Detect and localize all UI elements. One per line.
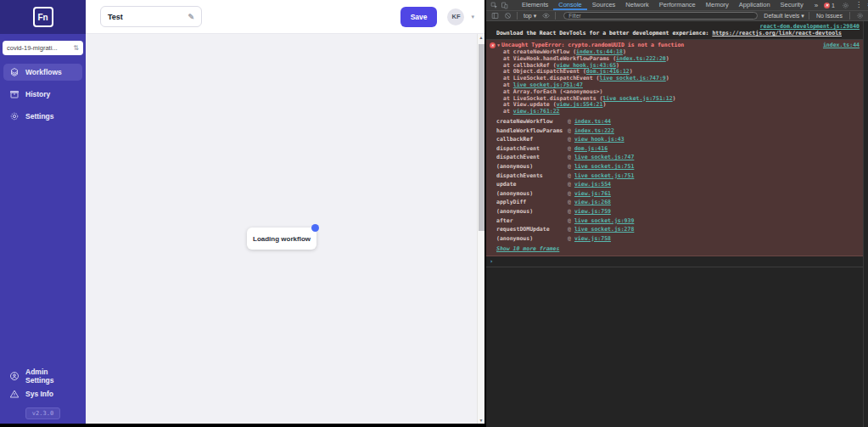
kebab-menu-icon[interactable]: ⋮ <box>855 2 862 8</box>
context-selector[interactable]: top ▾ <box>522 13 538 20</box>
logo-area: Fn <box>0 0 86 34</box>
stack-frame-link[interactable]: dom.js:416:12 <box>586 68 630 75</box>
app-logo[interactable]: Fn <box>33 7 53 27</box>
scrollbar-thumb[interactable] <box>479 44 484 231</box>
stack-frame-link[interactable]: view.js:761:22 <box>513 108 560 115</box>
stack-frame-line: at view.js:761:22 <box>490 109 860 115</box>
frame-source-link[interactable]: live_socket.js:278 <box>574 225 634 234</box>
stack-frame-text: ) <box>630 68 633 75</box>
devtools-tab-bar: ElementsConsoleSourcesNetworkPerformance… <box>486 0 868 11</box>
sidebar-footer: Admin Settings Sys Info v2.3.0 <box>0 369 86 424</box>
show-more-frames-link[interactable]: Show 10 more frames <box>496 244 559 253</box>
frame-source-link[interactable]: index.ts:222 <box>574 126 614 136</box>
stack-frame-link[interactable]: live_socket.js:751:12 <box>602 95 672 102</box>
stack-frame-link[interactable]: live_socket.js:747:9 <box>600 75 666 81</box>
console-empty-area[interactable] <box>486 267 868 427</box>
source-link[interactable]: react-dom.development.js:29840 <box>760 23 860 30</box>
more-tabs-icon[interactable]: » <box>811 2 821 9</box>
console-messages: react-dom.development.js:29840 Download … <box>486 21 868 427</box>
frame-row: applyDiff @ view.js:268 <box>490 198 860 207</box>
frame-source-link[interactable]: live_socket.js:747 <box>574 153 634 162</box>
frame-source-link[interactable]: view.js:758 <box>574 234 611 244</box>
stack-frame-text: at <box>503 81 513 88</box>
devtools-tabbar-right: ✕ 1 ⋮ × <box>824 1 868 10</box>
clear-console-icon[interactable] <box>502 11 512 20</box>
devtools-tab[interactable]: Application <box>734 0 776 10</box>
devtools-tab[interactable]: Memory <box>701 0 734 10</box>
devtools-settings-gear-icon[interactable] <box>840 1 850 10</box>
sidebar-item-label: Workflows <box>25 68 62 76</box>
workflow-canvas[interactable]: Loading workflow <box>86 34 477 424</box>
frame-source-link[interactable]: index.ts:44 <box>574 117 611 126</box>
console-settings-gear-icon[interactable] <box>854 11 865 20</box>
frame-row: callbackRef @ view_hook.js:43 <box>490 135 860 144</box>
stack-frame-link[interactable]: view_hook.js:43:65 <box>557 62 616 69</box>
chevron-down-icon[interactable]: ▾ <box>471 14 474 20</box>
log-levels-dropdown[interactable]: Default levels ▾ <box>764 13 804 20</box>
sidebar-item-label: Admin Settings <box>25 368 76 385</box>
devtools-tab[interactable]: Network <box>620 0 654 10</box>
frame-source-link[interactable]: view.js:759 <box>574 207 611 216</box>
sidebar-item-history[interactable]: History <box>3 86 82 103</box>
scroll-up-arrow[interactable]: ▲ <box>479 34 484 41</box>
devtools-tab[interactable]: Security <box>776 0 809 10</box>
error-count: 1 <box>832 3 835 8</box>
sidebar-item-sys-info[interactable]: Sys Info <box>0 387 86 401</box>
page-scrollbar[interactable]: ▲ ▼ <box>477 34 484 424</box>
sidebar-item-admin-settings[interactable]: Admin Settings <box>0 369 86 383</box>
frame-source-link[interactable]: dom.js:416 <box>574 144 608 154</box>
devtools-tab[interactable]: Elements <box>517 0 553 10</box>
console-prompt[interactable]: › <box>486 256 868 267</box>
error-source-link[interactable]: index.ts:44 <box>823 42 860 49</box>
console-filter-input[interactable] <box>563 12 758 20</box>
admin-user-icon <box>9 371 20 381</box>
stack-frame-text: at View.update ( <box>503 101 557 108</box>
devtools-tab[interactable]: Console <box>553 0 587 10</box>
user-avatar[interactable]: KF <box>447 8 464 25</box>
frame-row: after @ live_socket.js:939 <box>490 216 860 226</box>
sidebar-item-settings[interactable]: Settings <box>3 108 82 125</box>
frame-source-link[interactable]: view.js:554 <box>574 180 611 189</box>
sidebar-item-workflows[interactable]: Workflows <box>3 64 82 81</box>
inspect-element-icon[interactable] <box>490 1 498 10</box>
frame-function-name: callbackRef <box>496 135 568 144</box>
frame-source-link[interactable]: view.js:268 <box>574 198 611 207</box>
workspace-selector[interactable]: covid-19-migrati... ⇅ <box>3 41 83 55</box>
swap-vertical-icon: ⇅ <box>73 44 79 52</box>
workflow-name-field[interactable]: Test ✎ <box>100 6 202 27</box>
stack-frame-link[interactable]: live_socket.js:751:47 <box>513 81 583 88</box>
status-dot <box>311 224 319 232</box>
frame-source-link[interactable]: live_socket.js:751 <box>574 171 634 181</box>
frame-source-link[interactable]: live_socket.js:751 <box>574 162 634 171</box>
scroll-down-arrow[interactable]: ▼ <box>479 417 484 424</box>
frame-function-name: (anonymous) <box>496 189 568 199</box>
stack-frame-link[interactable]: view.js:554:21 <box>557 101 603 108</box>
context-value: top <box>524 13 532 19</box>
edit-pencil-icon[interactable]: ✎ <box>188 13 194 21</box>
frame-source-link[interactable]: live_socket.js:939 <box>574 216 634 226</box>
stack-frame-link[interactable]: index.ts:44:18 <box>576 48 623 55</box>
error-count-badge[interactable]: ✕ 1 <box>824 3 835 8</box>
console-sidebar-icon[interactable] <box>490 11 500 20</box>
frame-function-name: update <box>496 180 568 189</box>
at-symbol: @ <box>568 207 571 216</box>
react-devtools-link[interactable]: https://reactjs.org/link/react-devtools <box>712 30 842 37</box>
live-expression-eye-icon[interactable] <box>540 11 551 20</box>
frame-function-name: (anonymous) <box>496 234 568 244</box>
console-scrollbar[interactable] <box>863 21 868 427</box>
log-levels-value: Default levels <box>764 13 799 19</box>
loading-workflow-card: Loading workflow <box>247 228 316 250</box>
issues-counter[interactable]: No Issues <box>814 13 845 19</box>
frame-source-link[interactable]: view.js:761 <box>574 189 611 199</box>
devtools-tab[interactable]: Performance <box>654 0 701 10</box>
console-info-message: react-dom.development.js:29840 Download … <box>486 21 868 40</box>
save-button[interactable]: Save <box>400 7 438 27</box>
devtools-tab[interactable]: Sources <box>587 0 621 10</box>
frame-function-name: after <box>496 216 568 226</box>
frame-source-link[interactable]: view_hook.js:43 <box>574 135 624 144</box>
frame-row: handleWorkflowParams @ index.ts:222 <box>490 126 860 136</box>
device-toolbar-icon[interactable] <box>501 1 508 10</box>
stack-frame-link[interactable]: index.ts:222:20 <box>616 55 666 62</box>
collapse-triangle-icon[interactable]: ▼ <box>497 42 500 49</box>
frame-function-name: applyDiff <box>496 198 568 207</box>
